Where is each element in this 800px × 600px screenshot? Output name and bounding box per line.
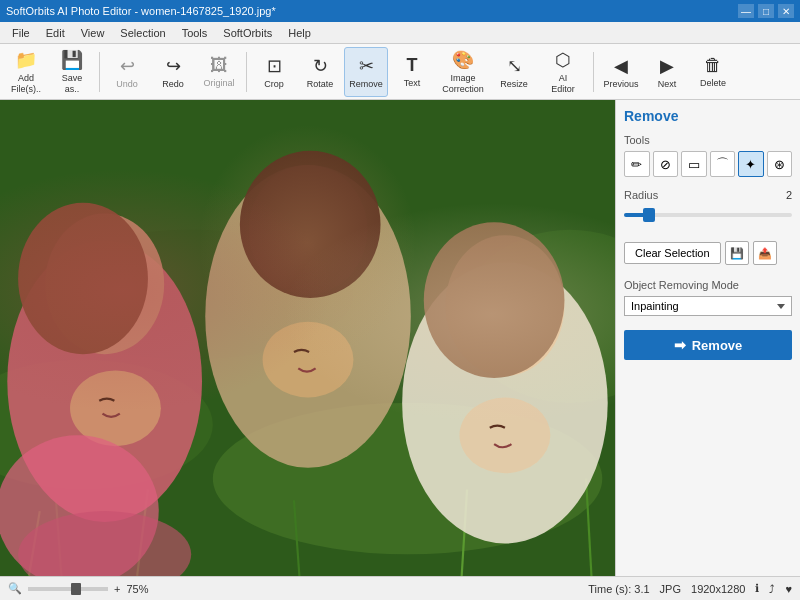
next-icon: ▶	[660, 55, 674, 77]
clear-selection-row: Clear Selection 💾 📤	[624, 241, 792, 265]
radius-label: Radius	[624, 189, 658, 201]
zoom-out-button[interactable]: 🔍	[8, 582, 22, 595]
minimize-button[interactable]: —	[738, 4, 754, 18]
inpainting-dropdown[interactable]: Inpainting Content-Aware Auto	[624, 296, 792, 316]
next-label: Next	[658, 79, 677, 89]
time-label: Time (s): 3.1	[588, 583, 649, 595]
add-files-button[interactable]: 📁 Add File(s)..	[4, 47, 48, 97]
previous-button[interactable]: ◀ Previous	[599, 47, 643, 97]
canvas-area[interactable]	[0, 100, 615, 576]
add-files-icon: 📁	[15, 49, 37, 71]
zoom-thumb[interactable]	[71, 583, 81, 595]
resize-label: Resize	[500, 79, 528, 89]
remove-action-label: Remove	[692, 338, 743, 353]
right-panel: Remove Tools ✏ ⊘ ▭ ⌒ ✦ ⊛ Radius 2 Clear …	[615, 100, 800, 576]
heart-icon[interactable]: ♥	[785, 583, 792, 595]
photo-canvas	[0, 100, 615, 576]
remove-icon: ✂	[359, 55, 374, 77]
clear-selection-button[interactable]: Clear Selection	[624, 242, 721, 264]
original-button[interactable]: 🖼 Original	[197, 47, 241, 97]
add-files-label: Add File(s)..	[11, 73, 41, 95]
menu-view[interactable]: View	[73, 25, 113, 41]
remove-button[interactable]: ✂ Remove	[344, 47, 388, 97]
status-left: 🔍 + 75%	[8, 582, 148, 595]
tools-row: ✏ ⊘ ▭ ⌒ ✦ ⊛	[624, 151, 792, 177]
radius-row: Radius 2	[624, 189, 792, 201]
text-label: Text	[404, 78, 421, 88]
image-correction-button[interactable]: 🎨 Image Correction	[436, 47, 490, 97]
redo-icon: ↪	[166, 55, 181, 77]
previous-icon: ◀	[614, 55, 628, 77]
previous-label: Previous	[603, 79, 638, 89]
zoom-slider[interactable]	[28, 587, 108, 591]
zoom-in-button[interactable]: +	[114, 583, 120, 595]
menu-help[interactable]: Help	[280, 25, 319, 41]
lasso-tool[interactable]: ⌒	[710, 151, 736, 177]
crop-label: Crop	[264, 79, 284, 89]
original-icon: 🖼	[210, 55, 228, 76]
menu-softorbits[interactable]: SoftOrbits	[215, 25, 280, 41]
redo-button[interactable]: ↪ Redo	[151, 47, 195, 97]
share-icon[interactable]: ⤴	[769, 583, 775, 595]
delete-label: Delete	[700, 78, 726, 88]
photo-overlay	[0, 100, 615, 576]
delete-icon: 🗑	[704, 55, 722, 76]
export-selection-icon: 📤	[758, 247, 772, 260]
dimensions-label: 1920x1280	[691, 583, 745, 595]
undo-button[interactable]: ↩ Undo	[105, 47, 149, 97]
separator-2	[246, 52, 247, 92]
resize-button[interactable]: ⤡ Resize	[492, 47, 536, 97]
save-as-label: Save as..	[62, 73, 83, 95]
slider-thumb[interactable]	[643, 208, 655, 222]
next-button[interactable]: ▶ Next	[645, 47, 689, 97]
ai-editor-label: AI Editor	[551, 73, 575, 95]
separator-3	[593, 52, 594, 92]
stamp-tool[interactable]: ⊛	[767, 151, 793, 177]
main-area: Remove Tools ✏ ⊘ ▭ ⌒ ✦ ⊛ Radius 2 Clear …	[0, 100, 800, 576]
eraser-tool[interactable]: ⊘	[653, 151, 679, 177]
image-correction-label: Image Correction	[442, 73, 484, 95]
status-right: Time (s): 3.1 JPG 1920x1280 ℹ ⤴ ♥	[588, 582, 792, 595]
menubar: File Edit View Selection Tools SoftOrbit…	[0, 22, 800, 44]
toolbar: 📁 Add File(s).. 💾 Save as.. ↩ Undo ↪ Red…	[0, 44, 800, 100]
rotate-icon: ↻	[313, 55, 328, 77]
maximize-button[interactable]: □	[758, 4, 774, 18]
rotate-button[interactable]: ↻ Rotate	[298, 47, 342, 97]
format-label: JPG	[660, 583, 681, 595]
save-selection-button[interactable]: 💾	[725, 241, 749, 265]
undo-label: Undo	[116, 79, 138, 89]
undo-icon: ↩	[120, 55, 135, 77]
delete-button[interactable]: 🗑 Delete	[691, 47, 735, 97]
radius-value: 2	[786, 189, 792, 201]
remove-arrow-icon: ➡	[674, 337, 686, 353]
object-mode-label: Object Removing Mode	[624, 279, 792, 291]
resize-icon: ⤡	[507, 55, 522, 77]
redo-label: Redo	[162, 79, 184, 89]
original-label: Original	[203, 78, 234, 88]
remove-label: Remove	[349, 79, 383, 89]
close-button[interactable]: ✕	[778, 4, 794, 18]
titlebar: SoftOrbits AI Photo Editor - women-14678…	[0, 0, 800, 22]
image-correction-icon: 🎨	[452, 49, 474, 71]
rectangle-tool[interactable]: ▭	[681, 151, 707, 177]
magic-wand-tool[interactable]: ✦	[738, 151, 764, 177]
rotate-label: Rotate	[307, 79, 334, 89]
zoom-percent: 75%	[126, 583, 148, 595]
separator-1	[99, 52, 100, 92]
menu-tools[interactable]: Tools	[174, 25, 216, 41]
radius-slider[interactable]	[624, 205, 792, 225]
ai-editor-button[interactable]: ⬡ AI Editor	[538, 47, 588, 97]
save-as-icon: 💾	[61, 49, 83, 71]
menu-selection[interactable]: Selection	[112, 25, 173, 41]
brush-tool[interactable]: ✏	[624, 151, 650, 177]
remove-action-button[interactable]: ➡ Remove	[624, 330, 792, 360]
info-icon[interactable]: ℹ	[755, 582, 759, 595]
text-button[interactable]: T Text	[390, 47, 434, 97]
save-as-button[interactable]: 💾 Save as..	[50, 47, 94, 97]
menu-file[interactable]: File	[4, 25, 38, 41]
ai-editor-icon: ⬡	[555, 49, 571, 71]
crop-button[interactable]: ⊡ Crop	[252, 47, 296, 97]
menu-edit[interactable]: Edit	[38, 25, 73, 41]
save-selection-icon: 💾	[730, 247, 744, 260]
export-selection-button[interactable]: 📤	[753, 241, 777, 265]
